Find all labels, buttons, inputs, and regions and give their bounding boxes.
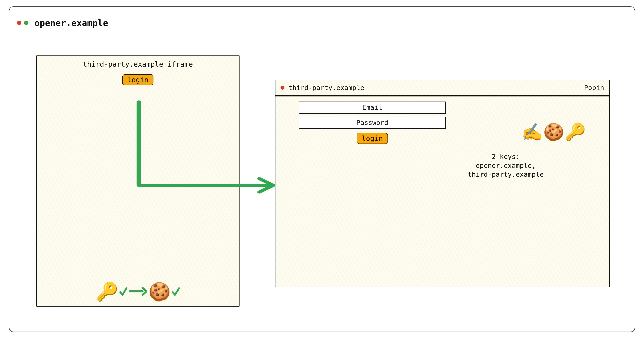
titlebar: opener.example bbox=[9, 7, 635, 39]
iframe-title: third-party.example iframe bbox=[37, 60, 239, 68]
keys-heading: 2 keys: bbox=[426, 152, 586, 161]
keys-line-1: opener.example, bbox=[426, 161, 586, 170]
keys-caption: 2 keys: opener.example, third-party.exam… bbox=[426, 152, 586, 179]
window-title: opener.example bbox=[34, 18, 108, 28]
iframe-panel: third-party.example iframe login 🔑 🍪 bbox=[36, 56, 240, 307]
popin-close-dot-icon[interactable] bbox=[280, 86, 284, 90]
popin-titlebar: third-party.example Popin bbox=[276, 80, 609, 96]
popin-icons: ✍️ 🍪 🔑 bbox=[522, 124, 586, 140]
key-icon: 🔑 bbox=[565, 124, 586, 140]
password-field[interactable]: Password bbox=[299, 117, 446, 128]
popin-body: Email Password login ✍️ 🍪 🔑 2 keys: open bbox=[276, 96, 609, 287]
login-form: Email Password login bbox=[299, 102, 446, 144]
check-icon bbox=[172, 287, 180, 297]
check-icon bbox=[120, 287, 127, 297]
cookie-icon: 🍪 bbox=[148, 283, 171, 301]
close-dot-icon[interactable] bbox=[17, 21, 21, 25]
window-controls bbox=[17, 21, 28, 25]
browser-content: third-party.example iframe login 🔑 🍪 bbox=[9, 39, 635, 332]
keys-line-2: third-party.example bbox=[426, 170, 586, 179]
cookie-icon: 🍪 bbox=[543, 124, 564, 140]
email-field[interactable]: Email bbox=[299, 102, 446, 113]
minimize-dot-icon[interactable] bbox=[24, 21, 28, 25]
arrow-right-icon bbox=[128, 286, 147, 298]
browser-window: opener.example third-party.example ifram… bbox=[9, 6, 635, 332]
popin-window: third-party.example Popin Email Password… bbox=[275, 80, 610, 287]
iframe-login-button[interactable]: login bbox=[122, 74, 154, 85]
popin-title: third-party.example bbox=[288, 84, 364, 92]
popin-tag: Popin bbox=[584, 84, 604, 92]
iframe-result-row: 🔑 🍪 bbox=[37, 283, 239, 301]
popin-login-button[interactable]: login bbox=[357, 133, 388, 144]
writing-hand-icon: ✍️ bbox=[522, 124, 542, 140]
key-icon: 🔑 bbox=[96, 283, 118, 301]
